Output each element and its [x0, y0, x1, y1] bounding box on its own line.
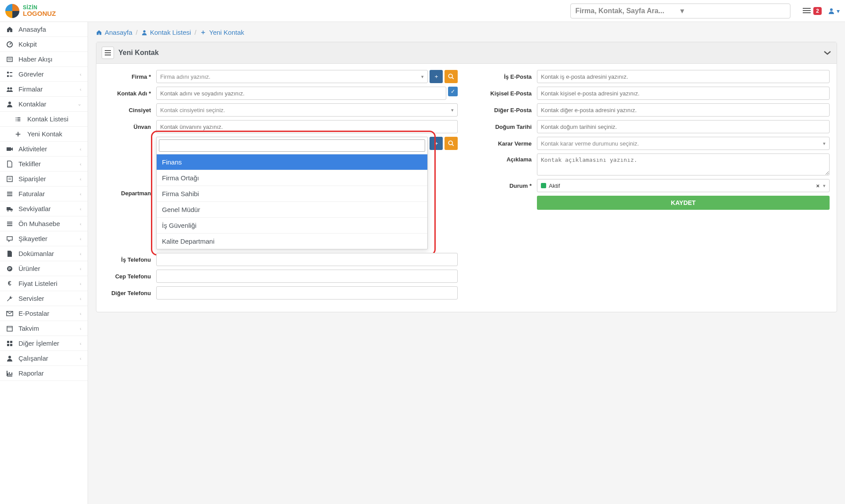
logo[interactable]: SİZİN LOGONUZ	[5, 4, 88, 18]
chevron-left-icon: ‹	[80, 266, 81, 271]
svg-point-11	[11, 210, 12, 211]
firma-search-button[interactable]	[445, 70, 458, 83]
staff-icon	[6, 355, 14, 362]
karar-verme-select[interactable]: Kontak karar verme durumunu seçiniz. ▾	[537, 137, 830, 150]
departman-option[interactable]: Genel Müdür	[157, 201, 427, 217]
chevron-down-icon: ▾	[823, 183, 826, 189]
is-telefonu-label: İş Telefonu	[103, 256, 156, 263]
dogum-tarihi-input[interactable]	[537, 120, 830, 133]
firma-add-button[interactable]: ＋	[430, 70, 443, 83]
sidebar-item-label: Görevler	[18, 70, 44, 78]
sidebar-item-faturalar[interactable]: Faturalar‹	[0, 186, 88, 201]
sidebar-item-takvim[interactable]: Takvim‹	[0, 321, 88, 336]
svg-point-6	[10, 87, 12, 89]
sidebar-item-ürünler[interactable]: PÜrünler‹	[0, 261, 88, 276]
sidebar-item-kokpit[interactable]: Kokpit	[0, 37, 88, 52]
sidebar-item-label: Servisler	[18, 295, 44, 302]
firma-select[interactable]: Firma adını yazınız. ▾	[156, 70, 428, 83]
sidebar-item-raporlar[interactable]: Raporlar	[0, 366, 88, 381]
departman-option[interactable]: Firma Ortağı	[157, 170, 427, 186]
user-menu[interactable]: ▾	[828, 7, 840, 15]
departman-option[interactable]: Finans	[157, 154, 427, 170]
kontak-adi-input[interactable]	[156, 87, 446, 100]
dashboard-icon	[6, 41, 14, 48]
unvan-input[interactable]	[156, 120, 458, 133]
sidebar-item-haber-akışı[interactable]: Haber Akışı	[0, 52, 88, 67]
cinsiyet-select[interactable]: Kontak cinsiyetini seçiniz. ▾	[156, 103, 458, 117]
chevron-down-icon: ▾	[837, 7, 840, 15]
tasks-icon	[6, 71, 14, 78]
clear-icon[interactable]: ×	[816, 183, 819, 189]
aciklama-textarea[interactable]	[537, 153, 830, 175]
sidebar-subitem-yeni-kontak[interactable]: Yeni Kontak	[0, 127, 88, 142]
kontak-adi-check[interactable]: ✓	[448, 87, 458, 96]
sidebar-item-aktiviteler[interactable]: Aktiviteler‹	[0, 142, 88, 157]
svg-rect-8	[7, 147, 11, 151]
sidebar-item-kontaklar[interactable]: Kontaklar⌄	[0, 97, 88, 112]
kisisel-eposta-input[interactable]	[537, 87, 830, 100]
price-icon: €	[6, 280, 14, 287]
chevron-left-icon: ‹	[80, 161, 81, 167]
user-icon	[141, 29, 147, 36]
kontak-adi-label: Kontak Adı *	[103, 90, 156, 97]
global-search[interactable]: Firma, Kontak, Sayfa Ara... ▾	[570, 4, 790, 18]
sidebar-item-ön-muhasebe[interactable]: Ön Muhasebe‹	[0, 216, 88, 231]
breadcrumb-kontak-listesi[interactable]: Kontak Listesi	[141, 29, 191, 36]
sidebar-subitem-kontak-listesi[interactable]: Kontak Listesi	[0, 112, 88, 127]
breadcrumb: Anasayfa / Kontak Listesi / ＋ Yeni Konta…	[96, 28, 837, 37]
sidebar-item-şikayetler[interactable]: Şikayetler‹	[0, 231, 88, 246]
svg-point-21	[8, 356, 11, 358]
departman-option[interactable]: İş Güvenliği	[157, 217, 427, 233]
chevron-left-icon: ‹	[80, 281, 81, 286]
departman-search-input[interactable]	[159, 139, 425, 152]
diger-eposta-input[interactable]	[537, 103, 830, 117]
collapse-button[interactable]	[823, 50, 831, 55]
svg-rect-2	[7, 57, 12, 62]
sidebar-item-firmalar[interactable]: Firmalar‹	[0, 82, 88, 97]
breadcrumb-home[interactable]: Anasayfa	[96, 29, 132, 36]
complaint-icon	[6, 235, 14, 242]
departman-option[interactable]: Firma Sahibi	[157, 186, 427, 201]
durum-select[interactable]: Aktif × ▾	[537, 179, 830, 192]
sidebar-item-fiyat-listeleri[interactable]: €Fiyat Listeleri‹	[0, 276, 88, 291]
plus-icon: ＋	[434, 73, 439, 80]
sidebar-item-teklifler[interactable]: Teklifler‹	[0, 157, 88, 172]
cinsiyet-label: Cinsiyet	[103, 107, 156, 113]
sidebar-item-anasayfa[interactable]: Anasayfa	[0, 22, 88, 37]
is-telefonu-input[interactable]	[156, 253, 458, 266]
svg-rect-17	[7, 341, 9, 343]
sidebar-item-siparişler[interactable]: Siparişler‹	[0, 172, 88, 186]
sidebar-item-label: Çalışanlar	[18, 354, 48, 362]
sidebar-item-görevler[interactable]: Görevler‹	[0, 67, 88, 82]
departman-search-button[interactable]	[445, 137, 458, 150]
sidebar-item-dokümanlar[interactable]: Dokümanlar‹	[0, 246, 88, 261]
news-icon	[6, 56, 14, 63]
home-icon	[6, 26, 14, 33]
sidebar-item-label: Teklifler	[18, 160, 41, 168]
sidebar-item-sevkiyatlar[interactable]: Sevkiyatlar‹	[0, 201, 88, 216]
sidebar-item-diğer-i-şlemler[interactable]: Diğer İşlemler‹	[0, 336, 88, 351]
status-active-icon	[541, 183, 546, 188]
video-icon	[6, 146, 14, 153]
diger-telefonu-input[interactable]	[156, 286, 458, 299]
is-eposta-input[interactable]	[537, 70, 830, 83]
sidebar-item-label: Raporlar	[18, 369, 44, 377]
sidebar-item-servisler[interactable]: Servisler‹	[0, 291, 88, 306]
sidebar-item-çalışanlar[interactable]: Çalışanlar‹	[0, 351, 88, 366]
svg-rect-3	[7, 72, 9, 73]
departman-option[interactable]: Kalite Departmani	[157, 233, 427, 249]
notifications[interactable]: 2	[803, 7, 822, 15]
chevron-left-icon: ‹	[80, 311, 81, 316]
chevron-left-icon: ‹	[80, 87, 81, 92]
chevron-down-icon: ▾	[680, 7, 786, 15]
sidebar-item-label: Şikayetler	[18, 235, 48, 242]
departman-add-button[interactable]: ＋	[430, 137, 443, 150]
sidebar-item-e-postalar[interactable]: E-Postalar‹	[0, 306, 88, 321]
panel-menu-button[interactable]	[102, 47, 114, 59]
svg-rect-9	[7, 176, 12, 182]
breadcrumb-yeni-kontak[interactable]: ＋ Yeni Kontak	[200, 28, 244, 37]
save-button[interactable]: KAYDET	[537, 196, 830, 210]
doc-icon	[6, 161, 14, 168]
svg-point-5	[7, 87, 10, 89]
cep-telefonu-input[interactable]	[156, 270, 458, 283]
